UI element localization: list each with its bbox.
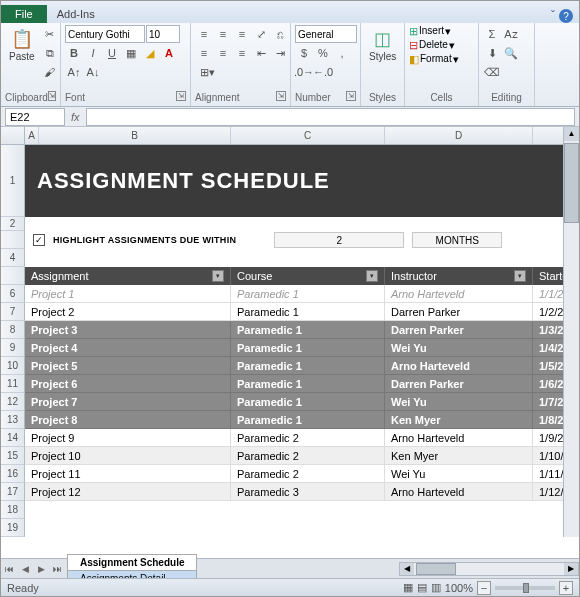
vertical-scrollbar[interactable]: ▲: [563, 127, 579, 537]
italic-button[interactable]: I: [84, 44, 102, 62]
vscroll-thumb[interactable]: [564, 143, 579, 223]
font-size-select[interactable]: [146, 25, 180, 43]
table-row[interactable]: Project 2Paramedic 1Darren Parker1/2/20: [25, 303, 579, 321]
table-cell[interactable]: Paramedic 1: [231, 339, 385, 357]
table-row[interactable]: Project 11Paramedic 2Wei Yu1/11/2: [25, 465, 579, 483]
tab-add-ins[interactable]: Add-Ins: [47, 5, 129, 23]
align-top-button[interactable]: ≡: [195, 25, 213, 43]
zoom-out-button[interactable]: −: [477, 581, 491, 595]
row-header[interactable]: 1: [1, 145, 25, 217]
font-launcher[interactable]: ⇲: [176, 91, 186, 101]
insert-cells-button[interactable]: Insert: [419, 25, 444, 38]
table-row[interactable]: Project 3Paramedic 1Darren Parker1/3/20: [25, 321, 579, 339]
table-row[interactable]: Project 9Paramedic 2Arno Harteveld1/9/20: [25, 429, 579, 447]
zoom-level[interactable]: 100%: [445, 582, 473, 594]
border-button[interactable]: ▦: [122, 44, 140, 62]
align-right-button[interactable]: ≡: [233, 44, 251, 62]
decrease-decimal-button[interactable]: ←.0: [314, 63, 332, 81]
row-header[interactable]: 4: [1, 249, 25, 267]
zoom-slider[interactable]: [495, 586, 555, 590]
format-painter-button[interactable]: 🖌: [41, 63, 59, 81]
row-header[interactable]: 18: [1, 501, 25, 519]
find-button[interactable]: 🔍: [502, 44, 520, 62]
view-pagebreak-icon[interactable]: ▥: [431, 581, 441, 594]
help-icon[interactable]: ?: [559, 9, 573, 23]
table-cell[interactable]: Paramedic 2: [231, 447, 385, 465]
sheet-tab[interactable]: Assignment Schedule: [67, 554, 197, 570]
tab-nav-next[interactable]: ▶: [33, 561, 49, 577]
table-cell[interactable]: Project 4: [25, 339, 231, 357]
table-cell[interactable]: Project 3: [25, 321, 231, 339]
table-cell[interactable]: Project 12: [25, 483, 231, 501]
fx-icon[interactable]: fx: [71, 111, 80, 123]
number-format-select[interactable]: [295, 25, 357, 43]
wrap-text-button[interactable]: ⎌: [271, 25, 289, 43]
scroll-right-arrow[interactable]: ▶: [564, 563, 578, 575]
zoom-in-button[interactable]: +: [559, 581, 573, 595]
table-cell[interactable]: Project 5: [25, 357, 231, 375]
row-header[interactable]: 16: [1, 465, 25, 483]
table-row[interactable]: Project 1Paramedic 1Arno Harteveld1/1/20: [25, 285, 579, 303]
sort-button[interactable]: Aᴢ: [502, 25, 520, 43]
table-row[interactable]: Project 8Paramedic 1Ken Myer1/8/20: [25, 411, 579, 429]
table-cell[interactable]: Paramedic 2: [231, 429, 385, 447]
alignment-launcher[interactable]: ⇲: [276, 91, 286, 101]
table-cell[interactable]: Paramedic 1: [231, 393, 385, 411]
font-name-select[interactable]: [65, 25, 145, 43]
copy-button[interactable]: ⧉: [41, 44, 59, 62]
col-header-c[interactable]: C: [231, 127, 385, 144]
align-middle-button[interactable]: ≡: [214, 25, 232, 43]
scroll-up-arrow[interactable]: ▲: [564, 127, 579, 141]
row-header[interactable]: 13: [1, 411, 25, 429]
tab-nav-last[interactable]: ⏭: [49, 561, 65, 577]
table-cell[interactable]: Paramedic 1: [231, 285, 385, 303]
col-header-b[interactable]: B: [39, 127, 231, 144]
fill-button[interactable]: ⬇: [483, 44, 501, 62]
merge-button[interactable]: ⊞▾: [195, 63, 220, 81]
table-cell[interactable]: Darren Parker: [385, 303, 533, 321]
table-row[interactable]: Project 5Paramedic 1Arno Harteveld1/5/20: [25, 357, 579, 375]
row-header[interactable]: [1, 231, 25, 249]
table-cell[interactable]: Project 11: [25, 465, 231, 483]
number-launcher[interactable]: ⇲: [346, 91, 356, 101]
row-header[interactable]: 9: [1, 339, 25, 357]
paste-button[interactable]: 📋 Paste: [5, 25, 39, 64]
delete-cells-button[interactable]: Delete: [419, 39, 448, 52]
row-header[interactable]: 14: [1, 429, 25, 447]
formula-bar[interactable]: [86, 108, 575, 126]
clear-button[interactable]: ⌫: [483, 63, 501, 81]
styles-button[interactable]: ◫ Styles: [365, 25, 400, 64]
autosum-button[interactable]: Σ: [483, 25, 501, 43]
orientation-button[interactable]: ⤢: [252, 25, 270, 43]
table-cell[interactable]: Darren Parker: [385, 321, 533, 339]
clipboard-launcher[interactable]: ⇲: [48, 91, 56, 101]
filter-dropdown-course[interactable]: ▾: [366, 270, 378, 282]
tab-nav-prev[interactable]: ◀: [17, 561, 33, 577]
view-normal-icon[interactable]: ▦: [403, 581, 413, 594]
table-cell[interactable]: Project 1: [25, 285, 231, 303]
cut-button[interactable]: ✂: [41, 25, 59, 43]
row-header[interactable]: [1, 267, 25, 285]
underline-button[interactable]: U: [103, 44, 121, 62]
filter-dropdown-instructor[interactable]: ▾: [514, 270, 526, 282]
table-cell[interactable]: Paramedic 1: [231, 375, 385, 393]
hscroll-thumb[interactable]: [416, 563, 456, 575]
table-cell[interactable]: Wei Yu: [385, 393, 533, 411]
table-cell[interactable]: Project 9: [25, 429, 231, 447]
select-all-corner[interactable]: [1, 127, 25, 144]
table-row[interactable]: Project 4Paramedic 1Wei Yu1/4/20: [25, 339, 579, 357]
decrease-font-button[interactable]: A↓: [84, 63, 102, 81]
row-header[interactable]: 2: [1, 217, 25, 231]
row-header[interactable]: 7: [1, 303, 25, 321]
table-cell[interactable]: Paramedic 1: [231, 411, 385, 429]
table-cell[interactable]: Project 10: [25, 447, 231, 465]
table-cell[interactable]: Wei Yu: [385, 465, 533, 483]
comma-button[interactable]: ,: [333, 44, 351, 62]
table-cell[interactable]: Paramedic 1: [231, 357, 385, 375]
horizontal-scrollbar[interactable]: ◀ ▶: [399, 562, 579, 576]
currency-button[interactable]: $: [295, 44, 313, 62]
table-cell[interactable]: Project 6: [25, 375, 231, 393]
highlight-value-input[interactable]: 2: [274, 232, 404, 248]
row-header[interactable]: 11: [1, 375, 25, 393]
align-bottom-button[interactable]: ≡: [233, 25, 251, 43]
